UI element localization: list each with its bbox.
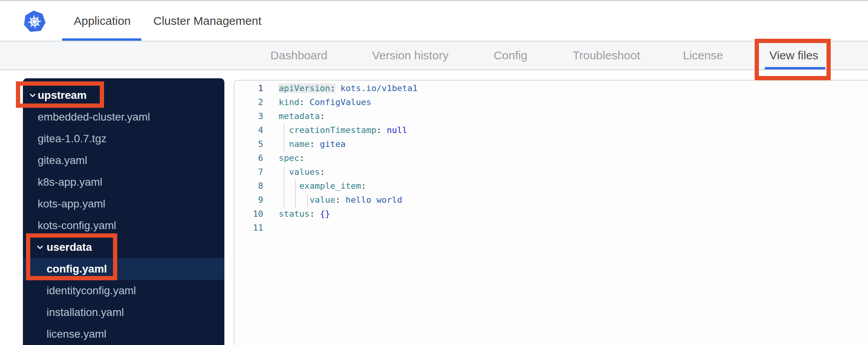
tree-item-installation-yaml[interactable]: installation.yaml [23, 302, 224, 323]
line-text: status: {} [279, 207, 330, 221]
token-kw: {} [320, 209, 330, 219]
line-text: metadata: [279, 109, 325, 123]
token-key: status [279, 209, 309, 219]
line-number: 5 [234, 137, 263, 151]
code-line-1: 1apiVersion: kots.io/v1beta1 [234, 81, 868, 95]
tree-item-embedded-cluster-yaml[interactable]: embedded-cluster.yaml [23, 106, 224, 128]
file-label: license.yaml [23, 328, 106, 340]
token-key: values [289, 167, 320, 177]
line-number: 4 [234, 123, 263, 137]
code-line-2: 2kind: ConfigValues [234, 95, 868, 109]
tab-dashboard[interactable]: Dashboard [271, 49, 328, 62]
line-number: 8 [234, 179, 263, 193]
code-line-4: 4 creationTimestamp: null [234, 123, 868, 137]
token-key: example_item [299, 181, 361, 191]
file-label: gitea.yaml [23, 154, 87, 167]
tree-item-gitea-1-0-7-tgz[interactable]: gitea-1.0.7.tgz [23, 128, 224, 150]
tab-config[interactable]: Config [494, 49, 528, 62]
code-line-7: 7 values: [234, 165, 868, 179]
tree-item-upstream[interactable]: upstream [23, 85, 224, 106]
file-label: config.yaml [23, 263, 107, 275]
line-text: values: [279, 165, 325, 179]
line-number: 3 [234, 109, 263, 123]
tab-application[interactable]: Application [74, 1, 131, 41]
token-key: kind [279, 97, 299, 107]
token-sp [279, 195, 309, 205]
tree-item-license-yaml[interactable]: license.yaml [23, 323, 224, 345]
tab-version-history[interactable]: Version history [372, 49, 449, 62]
token-key: apiVersion [279, 83, 330, 93]
token-punc: : [309, 209, 314, 219]
folder-label: userdata [23, 241, 92, 254]
token-sp [335, 83, 340, 93]
line-number: 6 [234, 151, 263, 165]
token-sp [382, 125, 387, 135]
active-tab-underline [62, 38, 141, 41]
line-text: spec: [279, 151, 304, 165]
tree-item-kots-config-yaml[interactable]: kots-config.yaml [23, 215, 224, 236]
code-line-8: 8 example_item: [234, 179, 868, 193]
token-sp [315, 209, 320, 219]
line-text: name: gitea [279, 137, 345, 151]
token-key: metadata [279, 111, 320, 121]
tree-item-gitea-yaml[interactable]: gitea.yaml [23, 150, 224, 171]
tree-item-k8s-app-yaml[interactable]: k8s-app.yaml [23, 171, 224, 193]
code-lines: 1apiVersion: kots.io/v1beta12kind: Confi… [234, 81, 868, 235]
line-number: 1 [234, 81, 263, 95]
code-line-10: 10status: {} [234, 207, 868, 221]
line-text: kind: ConfigValues [279, 95, 371, 109]
token-sp [279, 181, 299, 191]
app-sub-nav: Dashboard Version history Config Trouble… [0, 41, 868, 70]
line-number: 2 [234, 95, 263, 109]
tab-cluster-management[interactable]: Cluster Management [153, 1, 261, 41]
token-punc: : [320, 167, 325, 177]
token-punc: : [361, 181, 366, 191]
tree-item-config-yaml[interactable]: config.yaml [23, 258, 224, 280]
tree-item-kots-app-yaml[interactable]: kots-app.yaml [23, 193, 224, 215]
token-punc: : [330, 83, 335, 93]
indent-guide [307, 194, 308, 208]
code-line-9: 9 value: hello world [234, 193, 868, 207]
tab-view-files[interactable]: View files [769, 49, 818, 62]
token-sp [315, 139, 320, 149]
indent-guide [284, 166, 285, 208]
file-label: kots-app.yaml [23, 198, 105, 210]
token-punc: : [377, 125, 382, 135]
token-key: spec [279, 153, 299, 163]
file-label: kots-config.yaml [23, 219, 116, 232]
tab-troubleshoot[interactable]: Troubleshoot [573, 49, 640, 62]
token-punc: : [299, 153, 304, 163]
token-val: hello world [345, 195, 402, 205]
token-key: name [289, 139, 310, 149]
line-text: value: hello world [279, 193, 402, 207]
code-editor[interactable]: 1apiVersion: kots.io/v1beta12kind: Confi… [234, 80, 868, 345]
tree-item-userdata[interactable]: userdata [23, 236, 224, 258]
line-text: example_item: [279, 179, 366, 193]
token-key: value [309, 195, 335, 205]
token-key: creationTimestamp [289, 125, 377, 135]
file-tree-sidebar: upstreamembedded-cluster.yamlgitea-1.0.7… [23, 78, 224, 345]
line-number: 9 [234, 193, 263, 207]
file-label: embedded-cluster.yaml [23, 111, 150, 123]
code-line-3: 3metadata: [234, 109, 868, 123]
tree-item-identityconfig-yaml[interactable]: identityconfig.yaml [23, 280, 224, 302]
chevron-down-icon [29, 91, 36, 99]
token-val: ConfigValues [309, 97, 371, 107]
token-punc: : [299, 97, 304, 107]
token-punc: : [335, 195, 340, 205]
kots-admin-console: Application Cluster Management Dashboard… [0, 0, 868, 345]
code-line-5: 5 name: gitea [234, 137, 868, 151]
top-nav: Application Cluster Management [0, 1, 868, 41]
line-number: 10 [234, 207, 263, 221]
chevron-down-icon [36, 243, 44, 251]
file-label: identityconfig.yaml [23, 285, 136, 297]
token-sp [304, 97, 309, 107]
code-line-6: 6spec: [234, 151, 868, 165]
indent-guide [295, 180, 296, 208]
line-text: apiVersion: kots.io/v1beta1 [279, 81, 418, 95]
token-punc: : [309, 139, 314, 149]
code-line-11: 11 [234, 221, 868, 235]
token-sp [340, 195, 345, 205]
file-label: gitea-1.0.7.tgz [23, 133, 106, 145]
tab-license[interactable]: License [683, 49, 723, 62]
